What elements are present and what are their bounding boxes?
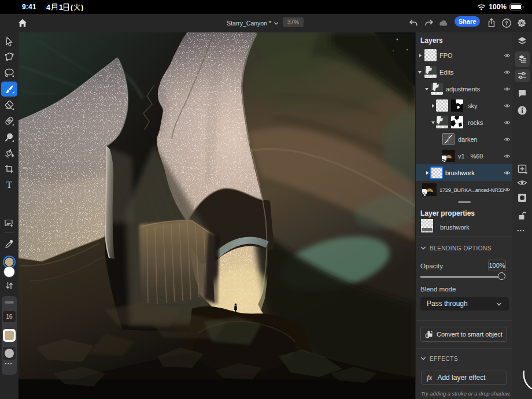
svg-text:1: 1 [59, 3, 63, 12]
svg-text:(: ( [71, 3, 73, 12]
svg-text:?: ? [505, 20, 508, 26]
svg-text:T: T [6, 180, 12, 190]
svg-text:): ) [81, 3, 83, 12]
svg-text:4: 4 [46, 3, 50, 12]
